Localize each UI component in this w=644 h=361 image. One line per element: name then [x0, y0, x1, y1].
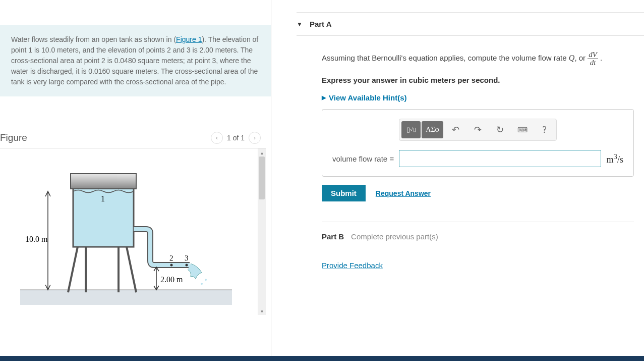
- redo-button[interactable]: ↷: [469, 121, 488, 138]
- reset-button[interactable]: ↻: [491, 121, 510, 138]
- help-button[interactable]: ?: [535, 121, 554, 138]
- submit-button[interactable]: Submit: [322, 185, 366, 201]
- point-3-label: 3: [185, 254, 189, 262]
- part-a-header[interactable]: ▼ Part A: [297, 12, 644, 36]
- svg-point-11: [201, 283, 203, 285]
- svg-point-8: [170, 264, 173, 267]
- svg-line-2: [68, 244, 78, 292]
- frac-denominator: dt: [588, 59, 598, 67]
- hints-text: View Available Hint(s): [329, 93, 407, 102]
- figure-next-button[interactable]: ›: [249, 132, 261, 144]
- figure-nav-count: 1 of 1: [227, 134, 245, 142]
- view-hints-link[interactable]: ▶ View Available Hint(s): [322, 93, 634, 102]
- request-answer-link[interactable]: Request Answer: [376, 189, 431, 197]
- scroll-thumb[interactable]: [259, 157, 265, 199]
- svg-line-3: [126, 244, 136, 292]
- part-b-section: Part B Complete previous part(s): [322, 222, 634, 241]
- scroll-up-icon[interactable]: ▴: [258, 148, 266, 157]
- answer-input[interactable]: [399, 150, 601, 167]
- provide-feedback-link[interactable]: Provide Feedback: [322, 261, 383, 270]
- frac-numerator: dV: [588, 51, 598, 59]
- figure-prev-button[interactable]: ‹: [211, 132, 223, 144]
- figure-title: Figure: [0, 132, 27, 143]
- height-10-label: 10.0 m: [25, 235, 48, 243]
- part-b-label: Part B: [322, 232, 344, 241]
- templates-button[interactable]: ▯√▯: [401, 121, 421, 138]
- equation-toolbar: ▯√▯ ΑΣφ ↶ ↷ ↻ ⌨ ?: [399, 119, 556, 141]
- footer-bar: [0, 356, 644, 361]
- part-b-text: Complete previous part(s): [351, 232, 438, 241]
- question-text: Assuming that Bernoulli's equation appli…: [322, 51, 634, 67]
- fraction-dvdt: dVdt: [588, 51, 598, 67]
- svg-rect-0: [20, 290, 232, 305]
- question-mid: , or: [574, 54, 588, 62]
- caret-down-icon: ▼: [297, 21, 303, 28]
- undo-button[interactable]: ↶: [446, 121, 465, 138]
- greek-button[interactable]: ΑΣφ: [422, 121, 443, 138]
- part-a-label: Part A: [310, 20, 332, 28]
- answer-unit: m3/s: [606, 152, 623, 165]
- keyboard-icon: ⌨: [517, 126, 528, 134]
- svg-rect-7: [71, 174, 136, 189]
- figure-scrollbar[interactable]: ▴ ▾: [258, 148, 266, 315]
- svg-point-9: [186, 264, 188, 267]
- answer-box: ▯√▯ ΑΣφ ↶ ↷ ↻ ⌨ ? volume flow rate = m3/…: [322, 109, 634, 177]
- point-2-label: 2: [169, 254, 173, 262]
- question-after: .: [598, 54, 602, 62]
- svg-point-10: [205, 279, 207, 281]
- scroll-down-icon[interactable]: ▾: [258, 307, 266, 315]
- height-2-label: 2.00 m: [160, 275, 183, 284]
- problem-text-before: Water flows steadily from an open tank a…: [11, 35, 176, 43]
- answer-instruction: Express your answer in cubic meters per …: [322, 76, 634, 84]
- answer-label: volume flow rate =: [332, 154, 394, 163]
- problem-statement: Water flows steadily from an open tank a…: [0, 25, 271, 96]
- figure-diagram: 1 2 3 10.0 m: [20, 159, 232, 310]
- caret-right-icon: ▶: [322, 94, 326, 101]
- figure-link[interactable]: Figure 1: [176, 35, 202, 43]
- variable-Q: Q: [569, 54, 575, 62]
- question-before: Assuming that Bernoulli's equation appli…: [322, 54, 569, 62]
- point-1-label: 1: [101, 194, 105, 203]
- keyboard-button[interactable]: ⌨: [513, 121, 532, 138]
